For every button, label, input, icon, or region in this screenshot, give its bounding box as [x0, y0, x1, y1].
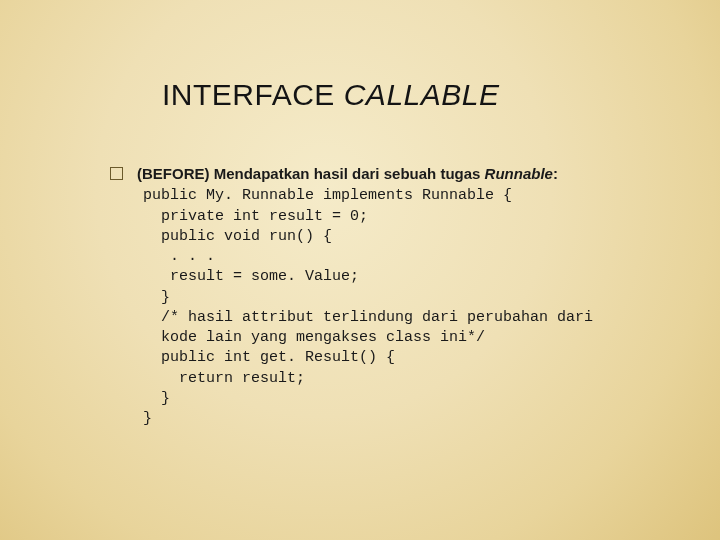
- title-word-2: CALLABLE: [344, 78, 500, 111]
- title-word-1: INTERFACE: [162, 78, 335, 111]
- intro-prefix: (BEFORE) Mendapatkan hasil dari sebuah t…: [137, 165, 485, 182]
- bullet-item: (BEFORE) Mendapatkan hasil dari sebuah t…: [110, 164, 680, 429]
- intro-line: (BEFORE) Mendapatkan hasil dari sebuah t…: [137, 164, 593, 184]
- square-bullet-icon: [110, 167, 123, 180]
- slide: INTERFACE CALLABLE (BEFORE) Mendapatkan …: [0, 0, 720, 540]
- intro-suffix: :: [553, 165, 558, 182]
- intro-em: Runnable: [485, 165, 553, 182]
- code-block: public My. Runnable implements Runnable …: [143, 186, 593, 429]
- slide-title: INTERFACE CALLABLE: [162, 78, 680, 112]
- bullet-content: (BEFORE) Mendapatkan hasil dari sebuah t…: [137, 164, 593, 429]
